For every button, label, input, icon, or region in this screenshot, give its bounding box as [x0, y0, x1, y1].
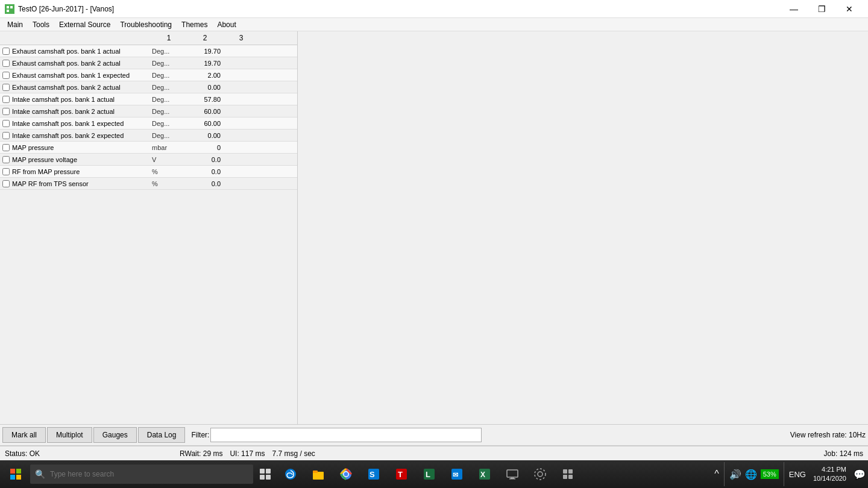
multiplot-button[interactable]: Multiplot — [47, 427, 92, 443]
row-checkbox[interactable] — [2, 84, 10, 91]
notification-icon[interactable]: 💬 — [854, 469, 866, 480]
table-row: MAP pressure voltage V 0.0 — [0, 154, 297, 166]
outlook-icon[interactable]: ✉ — [444, 461, 470, 487]
row-unit: Deg... — [151, 131, 187, 140]
row-unit: V — [151, 155, 187, 164]
filter-label: Filter: — [191, 431, 209, 439]
svg-rect-35 — [568, 469, 573, 474]
menu-troubleshooting[interactable]: Troubleshooting — [115, 19, 177, 30]
table-row: Exhaust camshaft pos. bank 2 actual Deg.… — [0, 81, 297, 93]
svg-rect-29 — [507, 470, 518, 477]
row-label: MAP RF from TPS sensor — [0, 179, 151, 189]
store-icon[interactable]: S — [360, 461, 387, 487]
volume-icon[interactable]: 🔊 — [729, 469, 741, 480]
statusbar: Status: OK RWait: 29 ms UI: 117 ms 7.7 m… — [0, 446, 868, 460]
row-value-2: 2.00 — [187, 70, 223, 80]
app-l-icon[interactable]: L — [416, 461, 442, 487]
row-value-2: 60.00 — [187, 119, 223, 128]
file-explorer-icon[interactable] — [305, 461, 332, 487]
row-checkbox[interactable] — [2, 132, 10, 139]
table-row: Intake camshaft pos. bank 2 expected Deg… — [0, 130, 297, 142]
battery-icon[interactable]: 53% — [761, 469, 779, 479]
svg-text:✉: ✉ — [453, 471, 458, 478]
row-checkbox[interactable] — [2, 156, 10, 163]
chevron-up-icon[interactable]: ^ — [714, 469, 719, 480]
svg-rect-6 — [16, 469, 21, 474]
chart-panel — [298, 31, 868, 424]
row-value-2: 0 — [187, 143, 223, 152]
menu-about[interactable]: About — [212, 19, 241, 30]
table-row: MAP RF from TPS sensor % 0.0 — [0, 178, 297, 190]
mark-all-button[interactable]: Mark all — [2, 427, 46, 443]
row-label: Intake camshaft pos. bank 2 actual — [0, 107, 151, 116]
row-value-2: 0.0 — [187, 155, 223, 164]
tray-divider2 — [784, 462, 784, 486]
row-checkbox[interactable] — [2, 96, 10, 103]
menu-tools[interactable]: Tools — [28, 19, 54, 30]
table-row: Exhaust camshaft pos. bank 1 actual Deg.… — [0, 45, 297, 57]
network-icon[interactable]: 🌐 — [745, 469, 757, 480]
search-input[interactable] — [50, 470, 248, 478]
menu-themes[interactable]: Themes — [177, 19, 212, 30]
row-value-2: 0.00 — [187, 131, 223, 140]
app-icon — [5, 4, 14, 14]
titlebar-controls: — ❐ ✕ — [780, 0, 863, 18]
menubar: Main Tools External Source Troubleshooti… — [0, 18, 868, 31]
row-unit: Deg... — [151, 95, 187, 104]
svg-rect-9 — [260, 469, 265, 474]
svg-rect-34 — [563, 469, 567, 474]
app12-icon[interactable] — [555, 461, 581, 487]
svg-rect-8 — [16, 475, 21, 480]
status-value: OK — [30, 449, 40, 458]
table-row: Intake camshaft pos. bank 1 expected Deg… — [0, 117, 297, 130]
excel-icon[interactable]: X — [471, 461, 498, 487]
row-checkbox[interactable] — [2, 60, 10, 67]
menu-main[interactable]: Main — [2, 19, 28, 30]
row-label: RF from MAP pressure — [0, 167, 151, 177]
menu-external-source[interactable]: External Source — [54, 19, 115, 30]
row-value-2: 57.80 — [187, 95, 223, 104]
row-value-3 — [223, 146, 259, 149]
row-value-2: 19.70 — [187, 46, 223, 56]
svg-rect-10 — [266, 469, 271, 474]
svg-rect-12 — [266, 475, 271, 480]
search-bar[interactable]: 🔍 — [30, 465, 253, 484]
data-log-button[interactable]: Data Log — [138, 427, 186, 443]
settings-icon[interactable] — [527, 461, 553, 487]
svg-rect-37 — [568, 475, 573, 479]
row-checkbox[interactable] — [2, 72, 10, 79]
row-checkbox[interactable] — [2, 168, 10, 175]
restore-button[interactable]: ❐ — [808, 0, 835, 18]
clock[interactable]: 4:21 PM 10/14/2020 — [810, 465, 850, 484]
edge-icon[interactable] — [277, 461, 304, 487]
monitor-icon[interactable] — [499, 461, 526, 487]
row-label: Intake camshaft pos. bank 1 expected — [0, 119, 151, 128]
row-checkbox[interactable] — [2, 144, 10, 151]
row-value-3 — [223, 158, 259, 161]
row-checkbox[interactable] — [2, 180, 10, 187]
view-refresh-rate: View refresh rate: 10Hz — [790, 431, 866, 439]
keyboard-icon[interactable]: ENG — [789, 470, 806, 479]
row-unit: Deg... — [151, 70, 187, 80]
job-time: Job: 124 ms — [824, 449, 863, 458]
row-checkbox[interactable] — [2, 120, 10, 127]
main-area: 1 2 3 Exhaust camshaft pos. bank 1 actua… — [0, 31, 868, 424]
chrome-icon[interactable] — [333, 461, 359, 487]
task-view-button[interactable] — [254, 461, 276, 487]
ui-value: 117 ms — [241, 449, 265, 458]
start-button[interactable] — [2, 461, 29, 487]
row-checkbox[interactable] — [2, 108, 10, 115]
gauges-button[interactable]: Gauges — [93, 427, 137, 443]
status-label: Status: OK — [5, 449, 40, 458]
clock-date: 10/14/2020 — [813, 474, 846, 483]
close-button[interactable]: ✕ — [835, 0, 863, 18]
row-value-3 — [223, 98, 259, 101]
row-unit: Deg... — [151, 83, 187, 92]
row-checkbox[interactable] — [2, 48, 10, 55]
row-unit: % — [151, 179, 187, 189]
minimize-button[interactable]: — — [780, 0, 808, 18]
row-value-3 — [223, 183, 259, 185]
filter-input[interactable] — [210, 428, 482, 442]
app6-icon[interactable]: T — [388, 461, 415, 487]
row-unit: Deg... — [151, 107, 187, 116]
